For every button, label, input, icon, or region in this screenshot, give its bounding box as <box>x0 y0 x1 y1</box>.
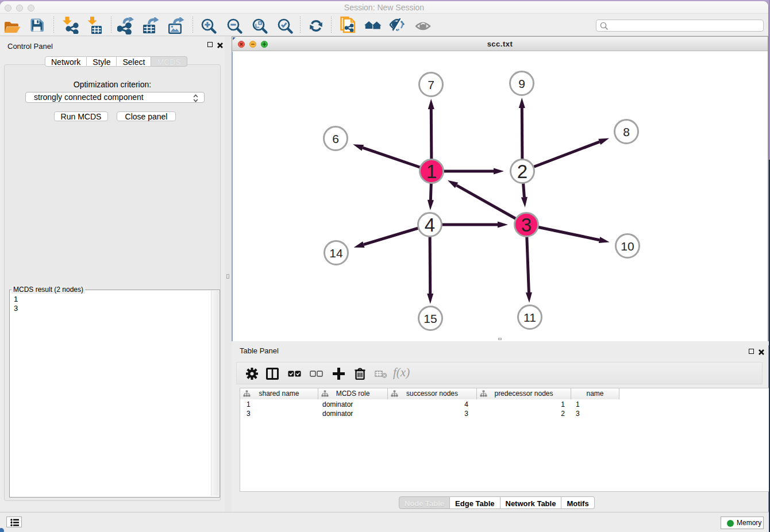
svg-text:11: 11 <box>523 311 536 324</box>
svg-text:6: 6 <box>332 132 339 145</box>
svg-text:3: 3 <box>521 214 532 236</box>
svg-text:4: 4 <box>425 214 435 236</box>
svg-text:2: 2 <box>517 161 528 182</box>
svg-text:1: 1 <box>426 161 437 182</box>
svg-text:f(x): f(x) <box>393 367 410 379</box>
svg-text:14: 14 <box>329 246 343 260</box>
svg-text:8: 8 <box>623 125 630 138</box>
svg-text:7: 7 <box>428 78 434 91</box>
svg-text:15: 15 <box>424 312 437 325</box>
svg-text:10: 10 <box>621 240 634 253</box>
svg-text:9: 9 <box>518 77 525 90</box>
